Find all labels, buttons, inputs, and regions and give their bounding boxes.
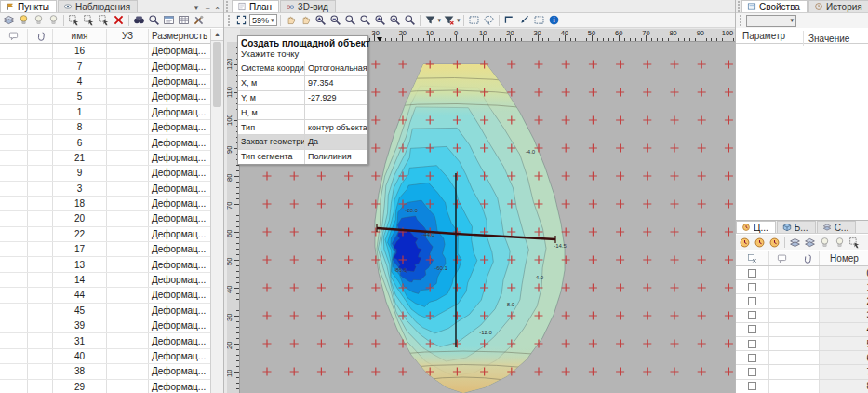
cycle-row[interactable]: 8 [736, 380, 868, 393]
uz-cell[interactable] [107, 242, 149, 256]
tab-layers[interactable]: С... [817, 221, 857, 233]
dimension-cell[interactable]: Деформац... [149, 380, 211, 393]
point-name-cell[interactable]: 5 [53, 89, 107, 103]
point-name-cell[interactable]: 8 [53, 120, 107, 134]
minimize-button[interactable]: – [206, 4, 209, 12]
row-checkbox[interactable] [748, 354, 756, 362]
dimension-cell[interactable]: Деформац... [149, 105, 211, 119]
dialog-field-value[interactable]: Полилиния [305, 152, 367, 161]
panel-grip[interactable] [226, 1, 230, 12]
table-row[interactable]: 21Деформац... [0, 151, 211, 166]
dialog-field-value[interactable]: контур объекта [305, 123, 367, 132]
uz-cell[interactable] [107, 227, 149, 241]
select-remove-icon[interactable] [82, 14, 96, 27]
point-name-cell[interactable]: 21 [53, 151, 107, 165]
object-selector-combobox[interactable]: ▾ [746, 15, 796, 27]
table-row[interactable]: 1Деформац... [0, 105, 211, 120]
point-name-cell[interactable]: 14 [53, 273, 107, 287]
uz-cell[interactable] [107, 273, 149, 287]
filter-clear-icon[interactable] [442, 14, 456, 27]
point-name-cell[interactable]: 3 [53, 182, 107, 196]
table-row[interactable]: 8Деформац... [0, 120, 211, 135]
table-row[interactable]: 4Деформац... [0, 75, 211, 89]
table-row[interactable]: 20Деформац... [0, 211, 211, 226]
uz-column-header[interactable]: УЗ [107, 29, 149, 43]
row-checkbox[interactable] [748, 368, 756, 376]
point-name-cell[interactable]: 7 [53, 59, 107, 73]
bulb-off-icon[interactable] [32, 14, 46, 27]
cycle-row[interactable]: 1 [736, 280, 868, 294]
value-column-header[interactable]: Значение [803, 31, 849, 46]
zoom-in-icon[interactable] [314, 14, 327, 27]
dimension-cell[interactable]: Деформац... [149, 44, 211, 58]
zoom-previous-icon[interactable] [388, 14, 402, 27]
table-row[interactable]: 3Деформац... [0, 182, 211, 196]
filter-icon[interactable] [423, 14, 437, 27]
ortho-corner-icon[interactable] [502, 14, 516, 27]
table-row[interactable]: 17Деформац... [0, 242, 211, 257]
dialog-field-value[interactable]: 97.354 [305, 78, 367, 88]
dimension-cell[interactable]: Деформац... [149, 333, 211, 347]
tab-properties[interactable]: Свойства [741, 0, 808, 12]
uz-cell[interactable] [107, 151, 149, 165]
pin-button[interactable]: ▼ [193, 4, 200, 12]
dimension-cell[interactable]: Деформац... [149, 182, 211, 196]
table-row[interactable]: 5Деформац... [0, 89, 211, 104]
lasso-select-icon[interactable] [482, 14, 496, 27]
zoom-window-icon[interactable] [343, 14, 357, 27]
table-row[interactable]: 14Деформац... [0, 273, 211, 288]
uz-cell[interactable] [107, 120, 149, 134]
cycle-number-cell[interactable]: 4 [820, 323, 868, 336]
row-checkbox[interactable] [748, 325, 756, 333]
tab-observations[interactable]: Наблюдения [58, 0, 138, 12]
table-row[interactable]: 29Деформац... [0, 380, 211, 393]
point-name-cell[interactable]: 38 [53, 364, 107, 378]
point-name-cell[interactable]: 18 [53, 196, 107, 210]
zoom-selected-icon[interactable] [358, 14, 372, 27]
table-row[interactable]: 45Деформац... [0, 304, 211, 318]
point-name-cell[interactable]: 39 [53, 318, 107, 332]
table-row[interactable]: 6Деформац... [0, 135, 211, 150]
table-row[interactable]: 9Деформац... [0, 166, 211, 181]
uz-cell[interactable] [107, 318, 149, 332]
point-name-cell[interactable]: 45 [53, 304, 107, 318]
point-name-cell[interactable]: 22 [53, 227, 107, 241]
pan-icon[interactable] [284, 14, 298, 27]
left-scrollbar[interactable]: ▲ [210, 29, 223, 393]
dimension-cell[interactable]: Деформац... [149, 75, 211, 88]
table-row[interactable]: 40Деформац... [0, 349, 211, 364]
cycle-number-cell[interactable]: 3 [820, 309, 868, 322]
tab-cycles[interactable]: Ц... [736, 221, 776, 233]
uz-cell[interactable] [107, 166, 149, 180]
dimension-cell[interactable]: Деформац... [149, 257, 211, 271]
delete-icon[interactable] [112, 14, 126, 27]
point-name-cell[interactable]: 6 [53, 135, 107, 149]
pointer-arrow-icon[interactable] [517, 14, 531, 27]
point-name-cell[interactable]: 31 [53, 333, 107, 347]
dimension-cell[interactable]: Деформац... [149, 89, 211, 103]
filter-dropdown-icon[interactable]: ▾ [438, 17, 442, 24]
zoom-object-icon[interactable] [403, 14, 417, 27]
dialog-field-value[interactable]: Да [305, 137, 367, 146]
point-name-cell[interactable]: 1 [53, 105, 107, 119]
dimension-cell[interactable]: Деформац... [149, 273, 211, 287]
uz-cell[interactable] [107, 333, 149, 347]
info-icon[interactable] [547, 14, 561, 27]
search-settings-icon[interactable] [147, 14, 161, 27]
uz-cell[interactable] [107, 364, 149, 378]
point-name-cell[interactable]: 40 [53, 349, 107, 363]
uz-cell[interactable] [107, 75, 149, 88]
layers-icon[interactable] [2, 14, 16, 27]
dialog-field-value[interactable]: Ортогональная [305, 63, 367, 73]
dimension-cell[interactable]: Деформац... [149, 120, 211, 134]
point-name-cell[interactable]: 4 [53, 75, 107, 88]
create-area-object-dialog[interactable]: Создать площадной объект Укажите точку С… [237, 35, 368, 165]
rect-select-icon[interactable] [467, 14, 481, 27]
uz-cell[interactable] [107, 349, 149, 363]
table-row[interactable]: 16Деформац... [0, 44, 211, 59]
dimension-cell[interactable]: Деформац... [149, 364, 211, 378]
dimension-cell[interactable]: Деформац... [149, 349, 211, 363]
select-invert-icon[interactable] [97, 14, 111, 27]
toolbar-grip[interactable] [228, 15, 232, 26]
tools-icon[interactable] [192, 14, 206, 27]
